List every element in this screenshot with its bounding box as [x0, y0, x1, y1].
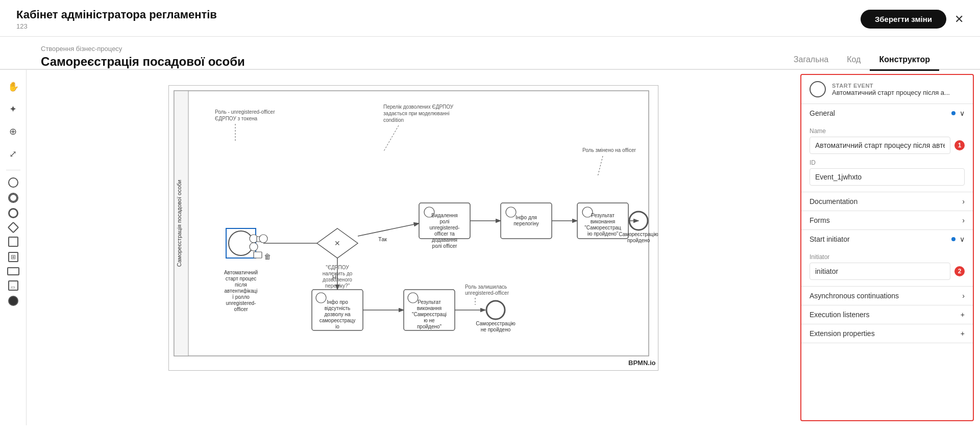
svg-text:Самореєстрація посадової особи: Самореєстрація посадової особи	[176, 180, 182, 267]
documentation-chevron: ›	[962, 197, 965, 205]
initiator-chevron: ∨	[960, 235, 965, 243]
page-header-left: Створення бізнес-процесу Самореєстрація …	[41, 45, 245, 69]
svg-text:дозволеного: дозволеного	[323, 277, 352, 282]
tab-general[interactable]: Загальна	[785, 50, 838, 71]
svg-text:unregistered-: unregistered-	[430, 225, 460, 230]
svg-text:Самореєстрацію: Самореєстрацію	[476, 321, 516, 326]
initiator-input[interactable]	[810, 263, 950, 280]
svg-text:🗑: 🗑	[264, 252, 271, 261]
documentation-section-header[interactable]: Documentation ›	[801, 192, 973, 211]
forms-section: Forms ›	[801, 211, 973, 230]
svg-point-13	[229, 231, 253, 255]
pointer-tool-button[interactable]: ✦	[5, 100, 22, 118]
start-initiator-body: Initiator 2	[801, 253, 973, 286]
app-title: Кабінет адміністратора регламентів	[16, 8, 217, 21]
svg-text:автентифікаці: автентифікаці	[225, 288, 258, 294]
svg-text:ію пройдено": ію пройдено"	[587, 231, 619, 237]
forms-section-header[interactable]: Forms ›	[801, 211, 973, 229]
tabs-row: Загальна Код Конструктор	[785, 50, 939, 70]
svg-text:іо: іо	[335, 324, 339, 329]
svg-text:Інфо для: Інфо для	[516, 215, 537, 220]
name-badge: 1	[954, 140, 965, 150]
svg-text:Роль змінено на officer: Роль змінено на officer	[582, 147, 636, 153]
initiator-badge: 2	[954, 266, 965, 276]
documentation-section: Documentation ›	[801, 192, 973, 211]
event-type-label: START EVENT	[832, 83, 950, 89]
async-section-header[interactable]: Asynchronous continuations ›	[801, 287, 973, 305]
svg-point-48	[506, 207, 516, 217]
save-button[interactable]: Зберегти зміни	[861, 10, 946, 29]
svg-text:переліку?": переліку?"	[325, 283, 350, 289]
diagram-canvas[interactable]: Самореєстрація посадової особи Роль - un…	[168, 85, 658, 371]
svg-text:Інфо про: Інфо про	[327, 299, 348, 305]
svg-point-81	[486, 301, 505, 319]
async-chevron: ›	[962, 292, 965, 300]
panel-event-header: START EVENT Автоматичний старт процесу п…	[801, 75, 973, 104]
svg-text:самореєстрацу: самореєстрацу	[320, 318, 356, 323]
general-chevron: ∨	[960, 109, 965, 117]
main-content: ✋ ✦ ⊕ ⤢ ⊞ ▭ Самореєстрація посадової осо…	[0, 70, 980, 425]
svg-point-66	[316, 293, 326, 303]
connect-tool-button[interactable]: ⊕	[5, 123, 22, 140]
extension-properties-header[interactable]: Extension properties +	[801, 324, 973, 343]
forms-chevron: ›	[962, 216, 965, 224]
close-button[interactable]: ✕	[954, 14, 964, 25]
execution-listeners-section: Execution listeners +	[801, 305, 973, 324]
svg-point-16	[259, 235, 267, 243]
svg-rect-18	[254, 252, 262, 258]
svg-point-17	[250, 243, 258, 251]
svg-text:старт процес: старт процес	[226, 276, 256, 281]
start-initiator-header[interactable]: Start initiator ∨	[801, 230, 973, 248]
task-shape	[8, 237, 18, 247]
left-toolbar: ✋ ✦ ⊕ ⤢ ⊞ ▭	[0, 70, 27, 425]
svg-text:ролі: ролі	[440, 219, 450, 224]
id-field-label: ID	[810, 159, 965, 166]
execution-listeners-plus[interactable]: +	[961, 311, 965, 319]
svg-line-9	[383, 125, 399, 152]
svg-line-11	[598, 156, 603, 176]
general-section: General ∨ Name 1 ID	[801, 104, 973, 192]
pool-shape	[7, 267, 19, 275]
end-event-shape	[8, 208, 18, 218]
bpmn-diagram: Самореєстрація посадової особи Роль - un…	[169, 86, 658, 371]
general-dot-indicator	[951, 111, 955, 115]
svg-text:перелогіну: перелогіну	[513, 221, 539, 226]
extension-properties-plus[interactable]: +	[961, 329, 965, 338]
svg-text:Роль залишилась: Роль залишилась	[465, 284, 507, 290]
hand-tool-button[interactable]: ✋	[5, 78, 22, 95]
svg-text:Перелік дозволених ЄДРПОУ: Перелік дозволених ЄДРПОУ	[383, 104, 454, 110]
gateway-shape	[7, 222, 19, 234]
event-info: START EVENT Автоматичний старт процесу п…	[832, 83, 950, 96]
general-section-header[interactable]: General ∨	[801, 104, 973, 122]
header-left: Кабінет адміністратора регламентів 123	[16, 8, 217, 30]
svg-text:пройдено": пройдено"	[417, 324, 442, 329]
diagram-area[interactable]: Самореєстрація посадової особи Роль - un…	[27, 70, 800, 425]
svg-text:ї ролло: ї ролло	[232, 294, 250, 300]
svg-text:BPMN.io: BPMN.io	[628, 359, 656, 367]
svg-text:належить до: належить до	[323, 271, 353, 276]
app-subtitle: 123	[16, 22, 217, 30]
dark-shape	[8, 296, 18, 306]
svg-text:unregistered-: unregistered-	[226, 300, 256, 306]
svg-text:задається при моделюванні: задається при моделюванні	[383, 111, 450, 116]
general-section-body: Name 1 ID	[801, 127, 973, 192]
tab-constructor[interactable]: Конструктор	[870, 50, 939, 71]
svg-text:пройдено: пройдено	[627, 238, 650, 243]
svg-text:officer та: officer та	[434, 231, 455, 237]
name-input[interactable]	[810, 137, 950, 154]
svg-text:Самореєстрацію: Самореєстрацію	[619, 232, 658, 237]
tab-code[interactable]: Код	[838, 50, 870, 71]
initiator-field-label: Initiator	[810, 253, 965, 261]
svg-text:додавання: додавання	[432, 237, 457, 243]
name-field-label: Name	[810, 127, 965, 135]
async-section: Asynchronous continuations ›	[801, 287, 973, 305]
id-input[interactable]	[810, 168, 965, 186]
svg-point-74	[408, 293, 418, 303]
lasso-tool-button[interactable]: ⤢	[5, 145, 22, 163]
svg-text:не пройдено: не пройдено	[481, 327, 511, 332]
toolbar-divider-1	[6, 170, 20, 170]
execution-listeners-header[interactable]: Execution listeners +	[801, 305, 973, 324]
svg-text:ю не: ю не	[424, 318, 435, 323]
svg-text:виконання: виконання	[417, 305, 442, 311]
start-initiator-section: Start initiator ∨ Initiator 2	[801, 230, 973, 287]
